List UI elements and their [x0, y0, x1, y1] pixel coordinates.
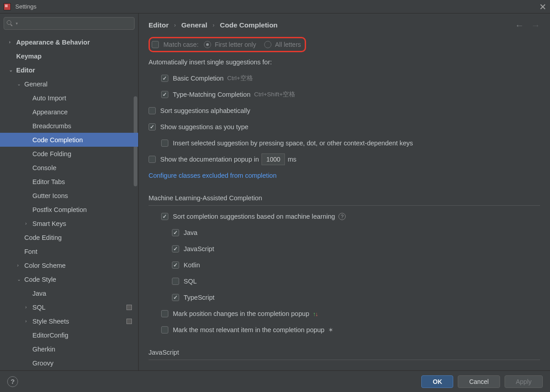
doc-popup-label-a: Show the documentation popup in [160, 156, 259, 163]
sidebar-item-breadcrumbs[interactable]: Breadcrumbs [0, 119, 138, 133]
sidebar-item-gherkin[interactable]: Gherkin [0, 342, 138, 356]
ml-lang-label: SQL [184, 278, 197, 285]
sidebar-item-label: Style Sheets [32, 318, 69, 325]
dialog-footer: ? OK Cancel Apply [0, 370, 550, 392]
sidebar-item-label: Code Style [24, 276, 56, 283]
sidebar-item-style-sheets[interactable]: ›Style Sheets [0, 314, 138, 328]
breadcrumb-general[interactable]: General [181, 21, 207, 29]
tree-arrow-icon[interactable]: › [17, 263, 24, 268]
updown-icon: ↑↓ [313, 311, 318, 317]
sidebar-item-label: Auto Import [32, 95, 66, 102]
sidebar-item-general[interactable]: ⌄General [0, 77, 138, 91]
match-case-all-radio[interactable] [264, 41, 271, 48]
sidebar-item-label: Code Folding [32, 150, 71, 158]
ml-sort-label: Sort completion suggestions based on mac… [173, 213, 335, 220]
configure-excluded-link[interactable]: Configure classes excluded from completi… [149, 172, 277, 179]
sidebar-item-label: EditorConfig [32, 332, 68, 339]
ml-mark-pos-checkbox[interactable] [161, 310, 168, 317]
auto-insert-heading-label: Automatically insert single suggestions … [149, 59, 272, 66]
sidebar-item-code-completion[interactable]: Code Completion [0, 133, 138, 147]
tree-arrow-icon[interactable]: ⌄ [17, 277, 24, 282]
js-section-heading: JavaScript [149, 349, 540, 356]
tree-arrow-icon[interactable]: ⌄ [9, 68, 16, 72]
sidebar-item-java[interactable]: Java [0, 286, 138, 300]
sidebar-item-code-folding[interactable]: Code Folding [0, 147, 138, 161]
help-icon[interactable]: ? [338, 213, 346, 220]
breadcrumb-code-completion: Code Completion [220, 21, 278, 29]
cancel-button[interactable]: Cancel [458, 375, 500, 388]
sidebar-item-color-scheme[interactable]: ›Color Scheme [0, 258, 138, 272]
sidebar-item-label: Console [32, 164, 56, 171]
sidebar-item-postfix-completion[interactable]: Postfix Completion [0, 203, 138, 216]
doc-popup-label-b: ms [288, 156, 296, 163]
breadcrumb-editor[interactable]: Editor [149, 21, 169, 29]
sidebar-item-label: Font [24, 248, 37, 255]
sidebar-item-groovy[interactable]: Groovy [0, 356, 138, 370]
search-input[interactable] [18, 20, 131, 27]
type-matching-checkbox[interactable] [161, 91, 168, 98]
ml-mark-relevant-checkbox[interactable] [161, 326, 168, 333]
ml-lang-checkbox-typescript[interactable] [172, 294, 179, 301]
sidebar-item-label: Gherkin [32, 346, 55, 353]
tree-arrow-icon[interactable]: › [25, 221, 32, 226]
type-matching-label: Type-Matching Completion [173, 91, 250, 98]
footer-help-icon[interactable]: ? [7, 376, 18, 387]
sidebar-item-editorconfig[interactable]: EditorConfig [0, 328, 138, 342]
match-case-all-label: All letters [275, 41, 301, 48]
insert-space-checkbox[interactable] [161, 140, 168, 147]
sidebar-item-sql[interactable]: ›SQL [0, 300, 138, 314]
tree-arrow-icon[interactable]: › [25, 319, 32, 324]
ok-button[interactable]: OK [421, 375, 453, 388]
sidebar-item-auto-import[interactable]: Auto Import [0, 91, 138, 105]
settings-sidebar: ▾ ›Appearance & BehaviorKeymap⌄Editor⌄Ge… [0, 14, 139, 370]
search-input-wrap[interactable]: ▾ [4, 17, 135, 30]
sidebar-item-editor-tabs[interactable]: Editor Tabs [0, 175, 138, 189]
sidebar-item-label: Editor Tabs [32, 178, 65, 185]
sidebar-item-appearance-behavior[interactable]: ›Appearance & Behavior [0, 35, 138, 49]
basic-completion-label: Basic Completion [173, 75, 224, 82]
ml-lang-checkbox-java[interactable] [172, 229, 179, 236]
tree-arrow-icon[interactable]: › [25, 305, 32, 310]
sidebar-item-label: Groovy [32, 360, 54, 367]
nav-back-icon[interactable]: ← [515, 20, 524, 31]
sort-alpha-checkbox[interactable] [149, 107, 156, 114]
ml-lang-checkbox-sql[interactable] [172, 278, 179, 285]
auto-insert-heading: Automatically insert single suggestions … [149, 54, 540, 70]
match-case-checkbox[interactable] [152, 41, 159, 48]
basic-completion-checkbox[interactable] [161, 75, 168, 82]
ml-mark-relevant-label: Mark the most relevant item in the compl… [173, 326, 325, 333]
sidebar-item-code-editing[interactable]: Code Editing [0, 230, 138, 244]
sidebar-item-gutter-icons[interactable]: Gutter Icons [0, 189, 138, 203]
doc-popup-checkbox[interactable] [149, 156, 156, 163]
sidebar-item-editor[interactable]: ⌄Editor [0, 63, 138, 77]
ml-lang-label: Kotlin [184, 261, 200, 269]
sidebar-item-label: Keymap [16, 53, 41, 60]
tree-arrow-icon[interactable]: › [9, 40, 16, 45]
ml-section-heading: Machine Learning-Assisted Completion [149, 194, 540, 202]
ml-lang-label: JavaScript [184, 245, 214, 252]
sidebar-item-label: Postfix Completion [32, 206, 87, 213]
tree-arrow-icon[interactable]: ⌄ [17, 81, 24, 86]
sidebar-item-appearance[interactable]: Appearance [0, 105, 138, 119]
sidebar-item-code-style[interactable]: ⌄Code Style [0, 272, 138, 286]
match-case-first-radio[interactable] [204, 41, 211, 48]
sidebar-item-label: Breadcrumbs [32, 122, 71, 130]
match-case-highlight: Match case: First letter only All letter… [149, 37, 306, 52]
sidebar-item-keymap[interactable]: Keymap [0, 49, 138, 63]
type-matching-hint: Ctrl+Shift+空格 [254, 90, 295, 99]
sidebar-item-smart-keys[interactable]: ›Smart Keys [0, 216, 138, 230]
ml-lang-checkbox-javascript[interactable] [172, 245, 179, 252]
ml-lang-checkbox-kotlin[interactable] [172, 261, 179, 269]
sidebar-item-label: Java [32, 290, 46, 297]
title-bar: Settings [0, 0, 550, 14]
ml-sort-checkbox[interactable] [161, 213, 168, 220]
sidebar-item-console[interactable]: Console [0, 161, 138, 175]
doc-popup-ms-input[interactable] [261, 153, 285, 165]
show-typing-checkbox[interactable] [149, 123, 156, 131]
close-icon[interactable] [539, 3, 546, 10]
match-case-label: Match case: [163, 41, 198, 48]
app-icon [4, 3, 11, 10]
sidebar-item-label: Gutter Icons [32, 192, 68, 199]
sidebar-item-font[interactable]: Font [0, 244, 138, 258]
apply-button[interactable]: Apply [505, 375, 543, 388]
